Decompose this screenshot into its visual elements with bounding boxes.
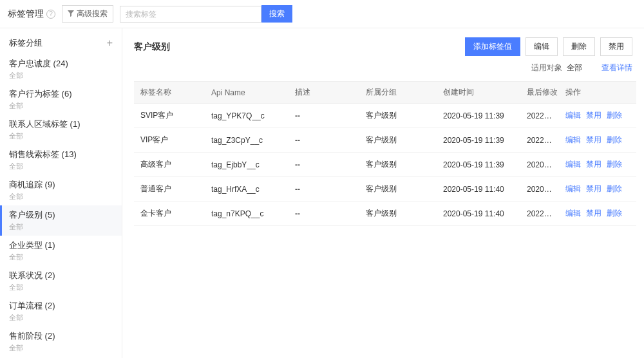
cell-group: 客户级别 [359,104,437,128]
filter-icon [68,10,74,18]
header-bar: 标签管理 ? 高级搜索 搜索 [0,0,644,28]
cell-group: 客户级别 [359,202,437,226]
cell-desc: -- [289,202,359,226]
cell-name: SVIP客户 [134,104,205,128]
delete-group-button[interactable]: 删除 [563,37,595,56]
sidebar-item-scope: 全部 [9,283,113,292]
sidebar-heading-label: 标签分组 [9,37,43,49]
cell-modified: 2022-12- [520,202,559,226]
sidebar-item-label: 售前阶段 (2) [9,330,113,342]
advanced-search-label: 高级搜索 [77,8,108,19]
cell-created: 2020-05-19 11:39 [437,104,520,128]
table-row: SVIP客户tag_YPK7Q__c--客户级别2020-05-19 11:39… [134,104,636,128]
table-row: 普通客户tag_HrfXA__c--客户级别2020-05-19 11:4020… [134,177,636,202]
sidebar-list: 客户忠诚度 (24)全部客户行为标签 (6)全部联系人区域标签 (1)全部销售线… [0,54,122,358]
row-disable-link[interactable]: 禁用 [586,135,601,144]
cell-created: 2020-05-19 11:40 [437,202,520,226]
row-delete-link[interactable]: 删除 [607,135,622,144]
scope-info: 适用对象 全部 [531,62,582,73]
th-desc: 描述 [289,82,359,104]
cell-api: tag_n7KPQ__c [205,202,289,226]
table-row: 金卡客户tag_n7KPQ__c--客户级别2020-05-19 11:4020… [134,202,636,226]
row-delete-link[interactable]: 删除 [607,209,622,218]
sidebar-item-3[interactable]: 销售线索标签 (13)全部 [0,145,122,175]
sidebar-item-7[interactable]: 联系状况 (2)全部 [0,266,122,296]
row-edit-link[interactable]: 编辑 [565,160,581,169]
table-row: VIP客户tag_Z3CpY__c--客户级别2020-05-19 11:392… [134,128,636,153]
cell-desc: -- [289,128,359,153]
th-name: 标签名称 [134,82,205,104]
row-edit-link[interactable]: 编辑 [565,111,581,120]
main-layout: 标签分组 + 客户忠诚度 (24)全部客户行为标签 (6)全部联系人区域标签 (… [0,28,644,358]
sidebar-item-2[interactable]: 联系人区域标签 (1)全部 [0,115,122,145]
sidebar-item-label: 客户级别 (5) [9,209,113,221]
sidebar-item-label: 订单流程 (2) [9,300,113,312]
row-disable-link[interactable]: 禁用 [586,184,601,193]
content-title: 客户级别 [134,41,170,53]
row-edit-link[interactable]: 编辑 [565,135,581,144]
content-subhead: 适用对象 全部 查看详情 [134,62,632,73]
sidebar-item-label: 企业类型 (1) [9,240,113,251]
content-head: 客户级别 添加标签值 编辑 删除 禁用 [134,37,632,56]
tags-table: 标签名称 Api Name 描述 所属分组 创建时间 最后修改 操作 SVIP客… [134,81,636,226]
view-details-link[interactable]: 查看详情 [601,62,632,73]
cell-modified: 2020-05- [520,177,559,202]
row-edit-link[interactable]: 编辑 [565,209,581,218]
sidebar-item-4[interactable]: 商机追踪 (9)全部 [0,175,122,205]
sidebar-heading: 标签分组 + [0,32,122,54]
sidebar-item-5[interactable]: 客户级别 (5)全部 [0,205,122,236]
cell-ops: 编辑禁用删除 [559,153,636,177]
sidebar-item-8[interactable]: 订单流程 (2)全部 [0,296,122,326]
search-input[interactable] [120,6,261,23]
page-title: 标签管理 ? [8,8,55,20]
edit-group-button[interactable]: 编辑 [526,37,558,56]
cell-group: 客户级别 [359,177,437,202]
sidebar: 标签分组 + 客户忠诚度 (24)全部客户行为标签 (6)全部联系人区域标签 (… [0,28,122,358]
row-disable-link[interactable]: 禁用 [586,160,601,169]
cell-desc: -- [289,104,359,128]
add-group-icon[interactable]: + [107,37,113,49]
row-delete-link[interactable]: 删除 [607,184,622,193]
sidebar-item-scope: 全部 [9,192,113,202]
cell-modified: 2020-05- [520,153,559,177]
cell-created: 2020-05-19 11:39 [437,128,520,153]
sidebar-item-0[interactable]: 客户忠诚度 (24)全部 [0,54,122,84]
cell-created: 2020-05-19 11:40 [437,177,520,202]
sidebar-item-label: 客户行为标签 (6) [9,88,113,100]
add-tag-value-button[interactable]: 添加标签值 [465,37,520,56]
advanced-search-button[interactable]: 高级搜索 [62,5,113,23]
search-button[interactable]: 搜索 [261,5,292,23]
search-wrap: 搜索 [120,5,292,23]
cell-name: 普通客户 [134,177,205,202]
sidebar-item-6[interactable]: 企业类型 (1)全部 [0,236,122,266]
scope-label: 适用对象 [531,63,562,72]
sidebar-item-scope: 全部 [9,343,113,353]
row-disable-link[interactable]: 禁用 [586,111,601,120]
row-delete-link[interactable]: 删除 [607,160,622,169]
content-area: 客户级别 添加标签值 编辑 删除 禁用 适用对象 全部 查看详情 标签名称 Ap… [122,28,644,358]
sidebar-item-scope: 全部 [9,131,113,141]
th-modified: 最后修改 [520,82,559,104]
table-header-row: 标签名称 Api Name 描述 所属分组 创建时间 最后修改 操作 [134,82,636,104]
help-icon[interactable]: ? [46,10,55,19]
row-delete-link[interactable]: 删除 [607,111,622,120]
cell-group: 客户级别 [359,153,437,177]
disable-group-button[interactable]: 禁用 [600,37,632,56]
sidebar-item-1[interactable]: 客户行为标签 (6)全部 [0,84,122,115]
row-edit-link[interactable]: 编辑 [565,184,581,193]
cell-desc: -- [289,177,359,202]
cell-name: VIP客户 [134,128,205,153]
sidebar-item-9[interactable]: 售前阶段 (2)全部 [0,326,122,357]
content-actions: 添加标签值 编辑 删除 禁用 [465,37,632,56]
cell-group: 客户级别 [359,128,437,153]
cell-api: tag_Z3CpY__c [205,128,289,153]
th-api: Api Name [205,82,289,104]
cell-ops: 编辑禁用删除 [559,128,636,153]
sidebar-item-label: 联系状况 (2) [9,270,113,281]
sidebar-item-scope: 全部 [9,313,113,323]
cell-api: tag_HrfXA__c [205,177,289,202]
sidebar-item-label: 销售线索标签 (13) [9,149,113,160]
cell-modified: 2022-12- [520,128,559,153]
cell-modified: 2022-12- [520,104,559,128]
row-disable-link[interactable]: 禁用 [586,209,601,218]
